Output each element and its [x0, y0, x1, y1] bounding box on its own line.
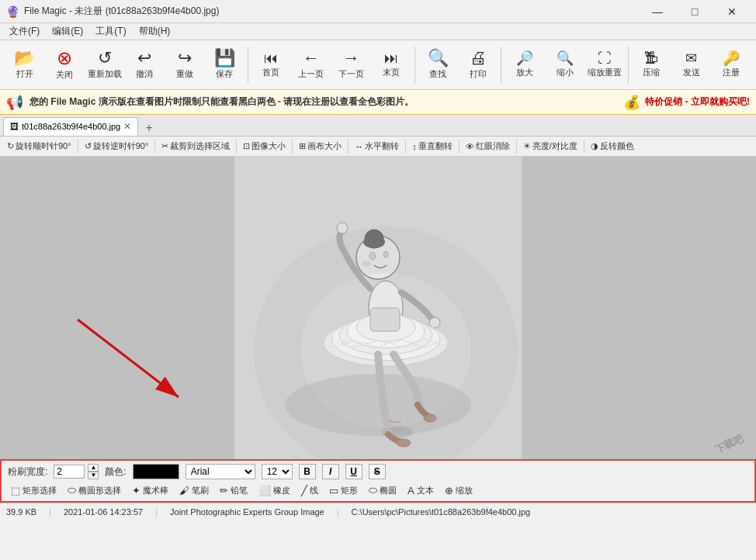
color-label: 颜色: [105, 465, 126, 479]
img-size-button[interactable]: ⊡ 图像大小 [239, 139, 290, 154]
open-icon: 📂 [14, 50, 35, 67]
strikethrough-button[interactable]: S [369, 464, 386, 479]
menu-help[interactable]: 帮助(H) [133, 23, 177, 40]
reload-button[interactable]: ↺ 重新加载 [86, 44, 123, 86]
flip-h-button[interactable]: ↔ 水平翻转 [351, 139, 403, 154]
tab-close-button[interactable]: ✕ [123, 121, 131, 132]
toolbar-sep-2 [414, 47, 415, 84]
zoomin-button[interactable]: 🔎 放大 [506, 44, 543, 86]
zoomout-icon: 🔍 [557, 51, 574, 65]
save-icon: 💾 [214, 50, 235, 67]
fitreset-button[interactable]: ⛶ 缩放重置 [586, 44, 622, 86]
canvas-size-button[interactable]: ⊞ 画布大小 [295, 139, 345, 154]
window-controls: — □ ✕ [640, 0, 750, 23]
register-icon: 🔑 [723, 51, 740, 65]
crop-label: 裁剪到选择区域 [170, 140, 230, 152]
register-button[interactable]: 🔑 注册 [713, 44, 750, 86]
last-button[interactable]: ⏭ 末页 [373, 44, 409, 86]
undo-button[interactable]: ↩ 撤消 [126, 44, 162, 86]
promo-area[interactable]: 💰 特价促销 - 立即就购买吧! [623, 94, 750, 111]
close-button[interactable]: ✕ [714, 0, 750, 23]
redo-label: 重做 [176, 68, 193, 80]
img-sep-4 [292, 140, 293, 154]
brush-width-input[interactable] [54, 465, 85, 479]
find-button[interactable]: 🔍 查找 [420, 44, 456, 86]
pencil-tool[interactable]: ✏ 铅笔 [217, 483, 251, 498]
img-sep-1 [78, 140, 78, 154]
magic-wand-tool[interactable]: ✦ 魔术棒 [129, 483, 172, 498]
underline-button[interactable]: U [345, 464, 362, 479]
next-button[interactable]: → 下一页 [333, 44, 369, 86]
compress-button[interactable]: 🗜 压缩 [633, 44, 670, 86]
ellipse-select-tool[interactable]: ⬭ 椭圆形选择 [64, 482, 124, 498]
rotate-ccw-button[interactable]: ↺ 旋转逆时针90° [81, 139, 153, 154]
brush-width-up[interactable]: ▲ [88, 464, 99, 472]
ellipse-tool[interactable]: ⬭ 椭圆 [366, 482, 400, 498]
ellipse-select-icon: ⬭ [68, 484, 76, 496]
invert-button[interactable]: ◑ 反转颜色 [587, 139, 638, 154]
image-canvas [0, 157, 756, 459]
flip-h-icon: ↔ [355, 142, 363, 151]
menu-file[interactable]: 文件(F) [3, 23, 46, 40]
font-size-select[interactable]: 12 14 16 18 [262, 464, 293, 479]
redeye-button[interactable]: 👁 红眼消除 [462, 139, 514, 154]
menu-bar: 文件(F) 编辑(E) 工具(T) 帮助(H) [0, 23, 756, 40]
menu-edit[interactable]: 编辑(E) [46, 23, 89, 40]
send-icon: ✉ [685, 51, 697, 65]
drawing-tools-row: ⬚ 矩形选择 ⬭ 椭圆形选择 ✦ 魔术棒 🖌 笔刷 ✏ 铅笔 ⬜ 橡皮 [8, 482, 748, 498]
img-sep-2 [154, 140, 155, 154]
eraser-label: 橡皮 [273, 485, 290, 496]
rotate-cw-button[interactable]: ↻ 旋转顺时针90° [3, 139, 75, 154]
color-swatch[interactable] [133, 464, 179, 479]
save-button[interactable]: 💾 保存 [206, 44, 242, 86]
first-icon: ⏮ [264, 51, 278, 65]
text-tool[interactable]: A 文本 [404, 483, 437, 498]
img-sep-5 [348, 140, 349, 154]
active-tab[interactable]: 🖼 t01c88a263b9f4e4b00.jpg ✕ [3, 117, 138, 136]
bold-button[interactable]: B [299, 464, 316, 479]
maximize-button[interactable]: □ [677, 0, 713, 23]
save-label: 保存 [216, 68, 233, 80]
redo-button[interactable]: ↪ 重做 [166, 44, 203, 86]
brush-width-down[interactable]: ▼ [88, 472, 99, 479]
prev-button[interactable]: ← 上一页 [293, 44, 329, 86]
notification-icon: 📢 [6, 94, 23, 111]
crop-button[interactable]: ✂ 裁剪到选择区域 [158, 139, 234, 154]
brush-tool[interactable]: 🖌 笔刷 [176, 483, 212, 498]
rotate-cw-icon: ↻ [7, 141, 14, 151]
open-button[interactable]: 📂 打开 [6, 44, 43, 86]
zoomin-label: 放大 [516, 67, 533, 78]
menu-tools[interactable]: 工具(T) [89, 23, 132, 40]
line-tool[interactable]: ╱ 线 [298, 483, 321, 498]
italic-button[interactable]: I [322, 464, 339, 479]
canvas-size-icon: ⊞ [299, 141, 306, 151]
close-label: 关闭 [56, 69, 73, 81]
zoom-icon: ⊕ [445, 485, 453, 496]
close-button[interactable]: ⊗ 关闭 [46, 44, 82, 86]
zoom-label: 缩放 [456, 485, 473, 496]
print-button[interactable]: 🖨 打印 [459, 44, 496, 86]
eraser-tool[interactable]: ⬜ 橡皮 [255, 483, 293, 498]
zoomout-button[interactable]: 🔍 缩小 [546, 44, 583, 86]
rectangle-tool[interactable]: ▭ 矩形 [326, 483, 361, 498]
brightness-label: 亮度/对比度 [532, 140, 577, 152]
ellipse-label: 椭圆 [380, 485, 397, 496]
next-label: 下一页 [338, 68, 364, 80]
promo-icon: 💰 [623, 94, 640, 111]
minimize-button[interactable]: — [640, 0, 675, 23]
brush-label: 笔刷 [192, 485, 209, 496]
font-select[interactable]: Arial Times New Roman Verdana [186, 464, 255, 479]
notification-text: 您的 File Magic 演示版在查看图片时限制只能查看黑白两色 - 请现在注… [29, 95, 617, 109]
zoom-tool[interactable]: ⊕ 缩放 [442, 483, 476, 498]
add-tab-button[interactable]: + [141, 120, 157, 136]
rotate-cw-label: 旋转顺时针90° [16, 140, 71, 152]
undo-label: 撤消 [136, 68, 153, 80]
invert-icon: ◑ [591, 141, 598, 151]
flip-v-button[interactable]: ↕ 垂直翻转 [408, 139, 456, 154]
first-button[interactable]: ⏮ 首页 [253, 44, 290, 86]
rectangle-label: 矩形 [341, 485, 358, 496]
brightness-button[interactable]: ☀ 亮度/对比度 [519, 139, 581, 154]
send-button[interactable]: ✉ 发送 [673, 44, 709, 86]
rect-select-tool[interactable]: ⬚ 矩形选择 [8, 483, 60, 498]
main-canvas-area: 下载吧 [0, 157, 756, 459]
